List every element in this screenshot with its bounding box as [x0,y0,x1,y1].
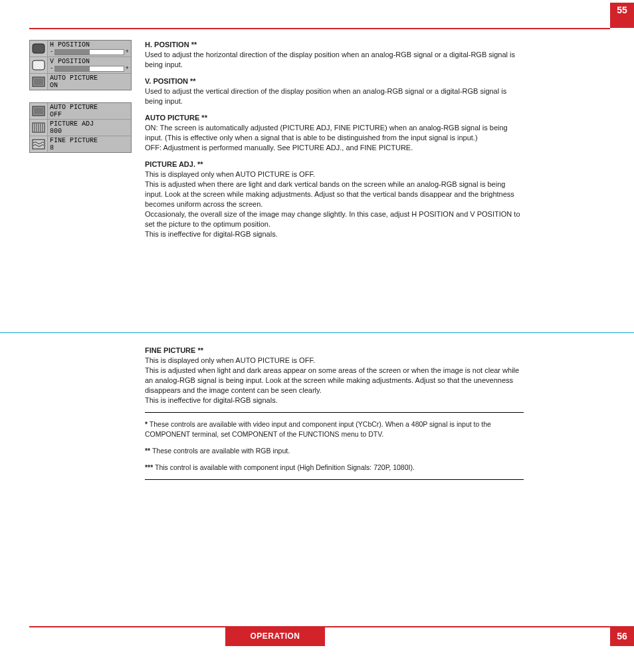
section-label: H. POSITION ** [145,41,197,49]
osd-value: 8 [50,144,129,152]
footer-label: OPERATION [225,626,325,646]
osd-title: AUTO PICTURE [50,74,129,82]
footnote-text: This control is available with component… [155,463,415,471]
rule-cyan [0,332,634,333]
section-body: This is adjusted when there are light an… [145,179,524,209]
section-label: FINE PICTURE ** [145,346,203,354]
wave-icon [30,136,48,152]
section-body: Used to adjust the vertical direction of… [145,86,524,106]
section-body: OFF: Adjustment is performed manually. S… [145,143,524,153]
section-body: This is displayed only when AUTO PICTURE… [145,356,524,366]
section-auto-picture: AUTO PICTURE ** ON: The screen is automa… [145,113,524,153]
section-label: V. POSITION ** [145,77,196,85]
page-number-bottom: 56 [610,626,634,646]
auto-picture-icon [30,103,48,119]
section-v-position: V. POSITION ** Used to adjust the vertic… [145,76,524,106]
section-body: This is displayed only when AUTO PICTURE… [145,169,524,179]
section-label: AUTO PICTURE ** [145,114,207,122]
footnote-1: * These controls are available with vide… [145,419,524,439]
osd-title: V POSITION [50,58,129,65]
text-upper: H. POSITION ** Used to adjust the horizo… [145,40,524,246]
section-h-position: H. POSITION ** Used to adjust the horizo… [145,40,524,70]
osd-value: 800 [50,128,129,135]
section-body: Used to adjust the horizontal direction … [145,50,524,70]
osd-menu-1: H POSITION - + V POSITION - + AUTO PICTU… [29,40,132,90]
page-number-top: 55 [610,3,634,28]
section-fine-picture: FINE PICTURE ** This is displayed only w… [145,346,524,405]
divider [145,479,524,480]
osd-row-fine-picture: FINE PICTURE 8 [30,136,131,152]
footnote-2: ** These controls are available with RGB… [145,446,524,456]
section-picture-adj: PICTURE ADJ. ** This is displayed only w… [145,160,524,239]
svg-rect-5 [34,108,43,114]
svg-rect-3 [34,78,43,85]
osd-title: PICTURE ADJ [50,120,129,128]
section-body: This is ineffective for digital-RGB sign… [145,229,524,239]
section-body: Occasionaly, the overall size of the ima… [145,209,524,229]
osd-title: H POSITION [50,41,129,49]
osd-value: ON [50,82,129,89]
footnote-3: *** This control is available with compo… [145,463,524,473]
rule-top [29,28,610,29]
section-body: ON: The screen is automatically adjusted… [145,123,524,143]
footnote-text: These controls are available with video … [145,420,491,438]
svg-rect-0 [33,44,45,53]
osd-menu-2: AUTO PICTURE OFF PICTURE ADJ 800 [29,102,132,153]
auto-picture-icon [30,74,48,90]
svg-rect-12 [33,140,45,149]
section-body: This is adjusted when light and dark are… [145,366,524,395]
osd-title: FINE PICTURE [50,137,129,144]
osd-row-auto-picture-off: AUTO PICTURE OFF [30,103,131,120]
osd-row-picture-adj: PICTURE ADJ 800 [30,120,131,136]
osd-row-h-position: H POSITION - + [30,41,131,57]
footnote-mark: *** [145,463,153,471]
divider [145,412,524,413]
text-lower: FINE PICTURE ** This is displayed only w… [145,346,524,487]
bars-icon [30,120,48,136]
osd-slider: - + [50,49,129,56]
osd-row-v-position: V POSITION - + [30,57,131,74]
osd-row-auto-picture-on: AUTO PICTURE ON [30,74,131,90]
osd-value: OFF [50,111,129,118]
footnote-text: These controls are available with RGB in… [152,447,290,455]
screen-icon [30,41,48,56]
svg-rect-1 [33,60,45,70]
footnote-mark: ** [145,447,150,455]
osd-slider: - + [50,65,129,72]
section-body: This is ineffective for digital-RGB sign… [145,395,524,405]
screen-icon [30,57,48,73]
section-label: PICTURE ADJ. ** [145,160,203,168]
footnote-mark: * [145,420,148,428]
osd-title: AUTO PICTURE [50,104,129,111]
